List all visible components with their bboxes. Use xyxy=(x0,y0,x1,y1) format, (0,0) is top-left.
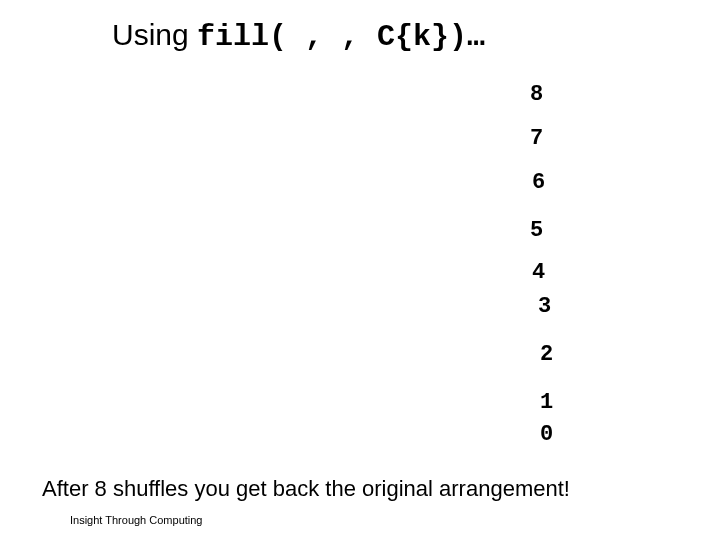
number-label: 5 xyxy=(530,220,543,242)
number-label: 2 xyxy=(540,344,553,366)
number-label: 6 xyxy=(532,172,545,194)
number-label: 0 xyxy=(540,424,553,446)
number-label: 7 xyxy=(530,128,543,150)
number-label: 1 xyxy=(540,392,553,414)
number-label: 8 xyxy=(530,84,543,106)
slide-title: Using fill( , , C{k})… xyxy=(112,18,485,54)
number-label: 4 xyxy=(532,262,545,284)
caption: After 8 shuffles you get back the origin… xyxy=(42,476,570,502)
slide: Using fill( , , C{k})… 876543210 After 8… xyxy=(0,0,720,540)
footer: Insight Through Computing xyxy=(70,514,203,526)
title-prefix: Using xyxy=(112,18,197,51)
title-code: fill( , , C{k})… xyxy=(197,20,485,54)
number-label: 3 xyxy=(538,296,551,318)
